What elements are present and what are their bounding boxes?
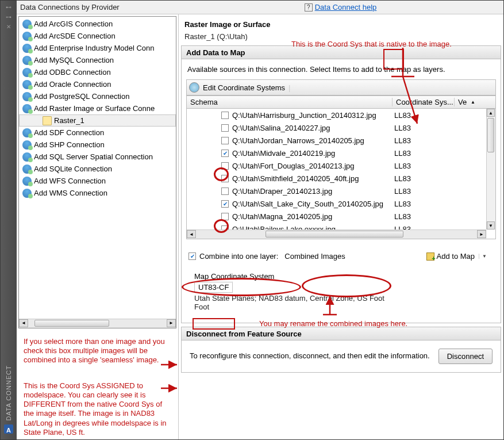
tree-item[interactable]: Add ArcGIS Connection xyxy=(19,18,176,30)
annotation-coord-sys: This is the Coord Sys ASSIGNED to models… xyxy=(17,368,178,440)
panel-title: Data Connections by Provider xyxy=(17,3,178,12)
connection-icon xyxy=(22,140,32,150)
app-logo-icon: A xyxy=(4,424,13,434)
row-checkbox[interactable] xyxy=(221,175,229,182)
connection-icon xyxy=(22,56,32,65)
mcs-desc: Utah State Planes; NAD83 datum, Central … xyxy=(194,293,493,312)
mcs-code[interactable]: UT83-CF xyxy=(194,282,233,293)
table-row[interactable]: Q:\Utah\Draper_20140213.jpgLL83 xyxy=(187,185,495,197)
row-path: Q:\Utah\Midvale_20140219.jpg xyxy=(232,149,394,158)
connection-icon xyxy=(22,164,32,174)
x-icon[interactable]: ✕ xyxy=(6,24,11,30)
col-coord-sys[interactable]: Coordinate Sys... xyxy=(393,98,455,106)
tree-item[interactable]: Add WFS Connection xyxy=(19,175,176,187)
row-checkbox[interactable] xyxy=(221,213,229,220)
add-to-map-icon xyxy=(426,252,434,261)
disconnect-button[interactable]: Disconnect xyxy=(438,349,493,364)
connection-icon xyxy=(22,20,32,29)
connection-icon xyxy=(22,104,32,113)
row-path: Q:\Utah\Salina_20140227.jpg xyxy=(232,124,394,132)
help-link[interactable]: Data Connect help xyxy=(315,3,377,12)
table-row[interactable]: Q:\Utah\Salt_Lake_City_South_20140205.jp… xyxy=(187,197,495,210)
connection-icon xyxy=(22,152,32,162)
tree-item[interactable]: Add Raster Image or Surface Conne xyxy=(19,102,176,114)
col-version[interactable]: Ve xyxy=(455,98,468,106)
available-sources-text: Available sources in this connection. Se… xyxy=(186,64,496,79)
connection-icon xyxy=(22,32,32,41)
connection-icon xyxy=(22,177,32,186)
table-row[interactable]: Q:\Utah\Midvale_20140219.jpgLL83 xyxy=(187,147,495,159)
provider-tree[interactable]: Add ArcGIS ConnectionAdd ArcSDE Connecti… xyxy=(18,16,176,328)
row-checkbox[interactable] xyxy=(221,200,229,208)
row-cs: LL83 xyxy=(394,149,456,158)
row-cs: LL83 xyxy=(394,187,456,196)
tree-item[interactable]: Add SHP Connection xyxy=(19,139,176,151)
pin-icon[interactable]: ⊶ xyxy=(6,14,11,20)
tree-item[interactable]: Add Enterprise Industry Model Conn xyxy=(19,42,176,54)
row-path: Q:\Utah\Harrisburg_Junction_20140312.jpg xyxy=(232,111,394,120)
table-row[interactable]: Q:\Utah\Smithfield_20140205_40ft.jpgLL83 xyxy=(187,172,495,185)
table-row[interactable]: Q:\Utah\Salina_20140227.jpgLL83 xyxy=(187,121,495,134)
connection-icon xyxy=(22,128,32,137)
row-cs: LL83 xyxy=(394,162,456,170)
row-path: Q:\Utah\Magna_20140205.jpg xyxy=(232,212,394,221)
h-scrollbar[interactable]: ◄► xyxy=(19,319,176,328)
row-checkbox[interactable] xyxy=(221,188,229,195)
add-to-map-button[interactable]: Add to Map ▼ xyxy=(423,250,490,263)
v-scrollbar[interactable]: ▲▼ xyxy=(486,109,495,229)
tree-item[interactable]: Add SDF Connection xyxy=(19,127,176,139)
tree-item[interactable]: Add SQLite Connection xyxy=(19,163,176,175)
connection-icon xyxy=(22,92,32,101)
tree-item[interactable]: Add PostgreSQL Connection xyxy=(19,90,176,102)
side-tab-label[interactable]: DATA CONNECT xyxy=(5,365,12,421)
raster-heading: Raster Image or Surface xyxy=(181,14,501,31)
section-disconnect-header: Disconnect from Feature Source xyxy=(181,327,501,340)
connection-icon xyxy=(22,44,32,53)
row-checkbox[interactable] xyxy=(221,162,229,170)
row-cs: LL83 xyxy=(394,136,456,145)
combine-checkbox[interactable] xyxy=(188,252,196,260)
chevron-down-icon[interactable]: ▼ xyxy=(479,254,487,259)
table-row[interactable]: Q:\Utah\Harrisburg_Junction_20140312.jpg… xyxy=(187,109,495,121)
tree-item[interactable]: Add WMS Connection xyxy=(19,187,176,199)
row-path: Q:\Utah\Salt_Lake_City_South_20140205.jp… xyxy=(232,200,394,208)
edit-cs-button[interactable]: Edit Coordinate Systems xyxy=(203,83,285,92)
tree-item[interactable]: Add ODBC Connection xyxy=(19,66,176,78)
section-add-data-header: Add Data to Map xyxy=(181,45,501,59)
connection-icon xyxy=(22,68,32,77)
combine-name-input[interactable] xyxy=(282,250,367,262)
row-cs: LL83 xyxy=(394,200,456,208)
table-row[interactable]: Q:\Utah\Magna_20140205.jpgLL83 xyxy=(187,210,495,223)
row-checkbox[interactable] xyxy=(221,124,229,132)
tree-item[interactable]: Add ArcSDE Connection xyxy=(19,30,176,42)
table-row[interactable]: Q:\Utah\Jordan_Narrows_20140205.jpgLL83 xyxy=(187,134,495,147)
folder-icon xyxy=(43,116,52,125)
connection-icon xyxy=(22,80,32,89)
disconnect-text: To reconfigure this connection, disconne… xyxy=(190,351,432,361)
tree-item[interactable]: Add SQL Server Spatial Connection xyxy=(19,151,176,163)
pin-icon[interactable]: ⊷ xyxy=(6,4,11,10)
h-scrollbar[interactable]: ◄► xyxy=(187,229,486,239)
globe-icon xyxy=(189,82,199,93)
connection-icon xyxy=(22,189,32,198)
tree-item[interactable]: Add MySQL Connection xyxy=(19,54,176,66)
row-checkbox[interactable] xyxy=(221,112,229,119)
table-row[interactable]: Q:\Utah\Fort_Douglas_20140213.jpgLL83 xyxy=(187,159,495,172)
row-checkbox[interactable] xyxy=(221,137,229,144)
row-cs: LL83 xyxy=(394,212,456,221)
tree-item[interactable]: Add Oracle Connection xyxy=(19,78,176,90)
annotation-combine: If you select more than one image and yo… xyxy=(17,330,178,368)
row-path: Q:\Utah\Fort_Douglas_20140213.jpg xyxy=(232,162,394,170)
sources-toolbar: Edit Coordinate Systems | xyxy=(186,79,496,95)
row-cs: LL83 xyxy=(394,124,456,132)
row-checkbox[interactable] xyxy=(221,150,229,157)
row-cs: LL83 xyxy=(394,174,456,183)
sources-table[interactable]: Schema Coordinate Sys... Ve ▲ Q:\Utah\Ha… xyxy=(186,95,496,239)
row-path: Q:\Utah\Draper_20140213.jpg xyxy=(232,187,394,196)
side-tab-bar: ⊷ ⊶ ✕ DATA CONNECT A xyxy=(1,1,17,439)
row-cs: LL83 xyxy=(394,111,456,120)
tree-item-raster-child[interactable]: Raster_1 xyxy=(19,114,176,127)
row-path: Q:\Utah\Smithfield_20140205_40ft.jpg xyxy=(232,174,394,183)
help-icon: ? xyxy=(305,3,313,12)
col-schema[interactable]: Schema xyxy=(187,98,393,106)
